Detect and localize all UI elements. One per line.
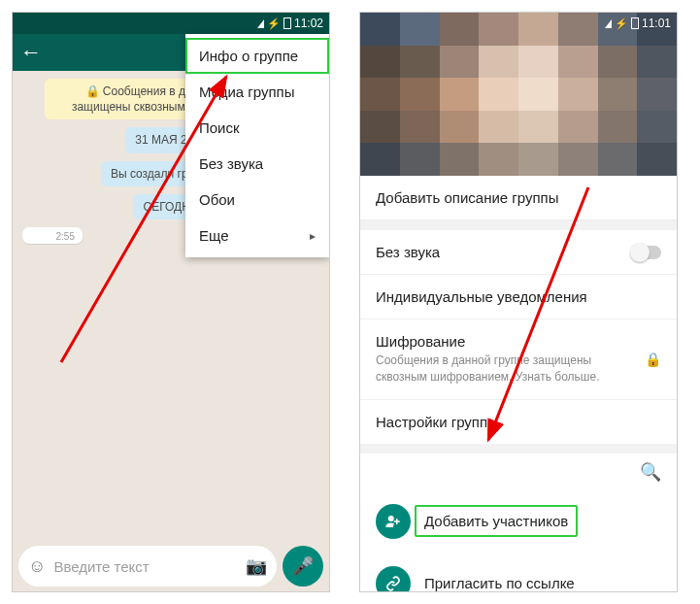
svg-point-1 [388,516,394,521]
lock-icon: 🔒 [85,84,100,98]
menu-mute[interactable]: Без звука [185,146,329,182]
menu-group-media[interactable]: Медиа группы [185,74,329,110]
signal-icon: ⚡ [615,17,628,30]
wifi-icon [605,19,612,28]
search-icon[interactable]: 🔍 [640,461,661,483]
add-person-icon [376,504,411,539]
menu-more[interactable]: Еще▸ [185,218,329,253]
camera-icon[interactable]: 📷 [246,555,267,577]
wifi-icon [257,19,264,28]
text-input[interactable]: ☺ Введите текст 📷 [18,546,277,587]
menu-group-info[interactable]: Инфо о группе [185,38,329,74]
row-search-participants: 🔍 [360,453,677,490]
overflow-menu: Инфо о группе Медиа группы Поиск Без зву… [185,34,329,257]
row-add-description[interactable]: Добавить описание группы [360,176,677,220]
chevron-right-icon: ▸ [310,229,316,243]
row-encryption[interactable]: Шифрование Сообщения в данной группе защ… [360,319,677,400]
row-group-settings[interactable]: Настройки группы [360,400,677,444]
group-info-list: Добавить описание группы Без звука Индив… [360,176,677,591]
row-mute[interactable]: Без звука [360,230,677,275]
status-time: 11:01 [642,17,671,30]
menu-wallpaper[interactable]: Обои [185,182,329,218]
message-bubble[interactable]: 2:55 [22,227,83,244]
phone-right: ⚡ 11:01 Добавить описание группы Без зву… [359,12,678,592]
status-bar: ⚡ 11:02 [13,13,329,34]
signal-icon: ⚡ [267,17,281,30]
link-icon [376,566,411,591]
message-time: 2:55 [30,231,75,242]
phone-left: ⚡ 11:02 ← 🔒Сообщения в данной группе защ… [12,12,330,592]
blurred-image [360,13,677,176]
status-time: 11:02 [294,17,323,30]
input-row: ☺ Введите текст 📷 🎤 [13,541,329,591]
mute-toggle[interactable] [632,246,661,259]
group-hero-image[interactable]: ⚡ 11:01 [360,13,677,176]
emoji-icon[interactable]: ☺ [28,556,46,577]
battery-icon [283,17,291,29]
status-bar: ⚡ 11:01 [360,13,677,34]
row-add-participants[interactable]: Добавить участников [360,490,677,553]
input-placeholder: Введите текст [53,558,238,575]
back-icon[interactable]: ← [20,40,42,65]
section-gap [360,444,677,453]
row-individual-notifications[interactable]: Индивидуальные уведомления [360,275,677,319]
mic-button[interactable]: 🎤 [283,546,323,587]
section-gap [360,220,677,230]
lock-icon: 🔒 [645,352,661,367]
add-participants-label: Добавить участников [415,505,578,537]
menu-search[interactable]: Поиск [185,110,329,146]
row-invite-link[interactable]: Пригласить по ссылке [360,553,677,591]
mic-icon: 🎤 [292,555,314,577]
battery-icon [631,17,639,29]
